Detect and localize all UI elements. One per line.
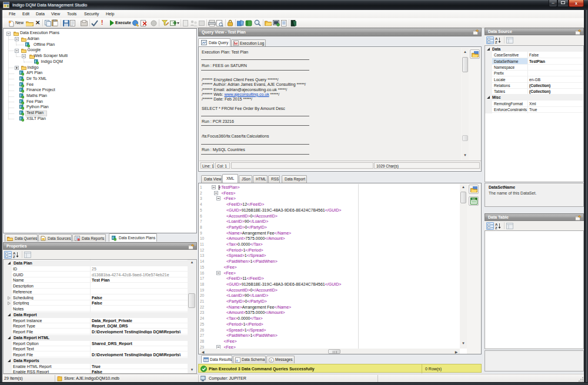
svg-text:Z: Z (13, 255, 15, 258)
svg-text:Z: Z (495, 226, 497, 229)
svg-text:Z: Z (495, 41, 497, 43)
svg-text:a: a (236, 358, 238, 362)
svg-text:XML: XML (472, 198, 476, 200)
